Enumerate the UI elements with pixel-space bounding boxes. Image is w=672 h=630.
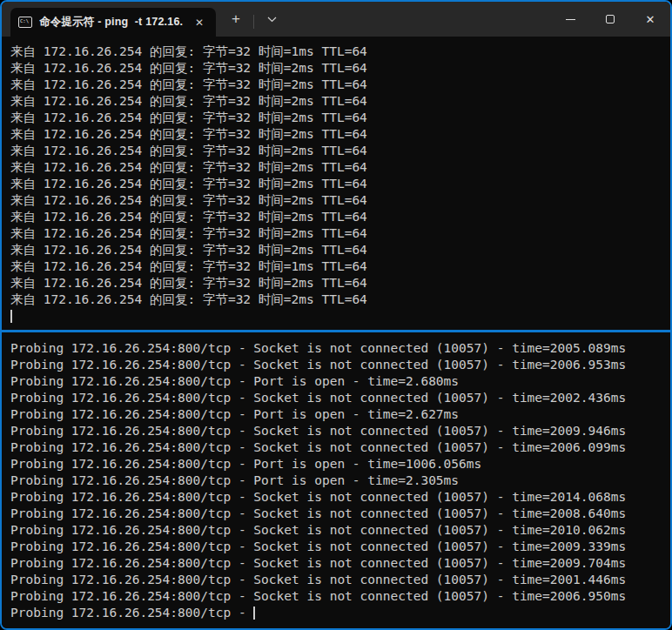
probe-result-line: Probing 172.16.26.254:800/tcp - Socket i…: [10, 357, 670, 373]
ping-reply-line: 来自 172.16.26.254 的回复: 字节=32 时间=2ms TTL=6…: [10, 209, 670, 225]
ping-output-pane[interactable]: 来自 172.16.26.254 的回复: 字节=32 时间=1ms TTL=6…: [2, 37, 670, 330]
probe-result-line: Probing 172.16.26.254:800/tcp - Socket i…: [10, 506, 670, 522]
probe-result-line: Probing 172.16.26.254:800/tcp - Socket i…: [10, 522, 670, 539]
probe-result-line: Probing 172.16.26.254:800/tcp - Socket i…: [10, 390, 670, 406]
probe-result-line: Probing 172.16.26.254:800/tcp - Socket i…: [10, 423, 670, 439]
close-button[interactable]: ✕: [630, 2, 670, 37]
cmd-prompt-icon: C:\: [18, 17, 32, 28]
tab-title: 命令提示符 - ping -t 172.16.26: [39, 15, 183, 30]
titlebar[interactable]: C:\ 命令提示符 - ping -t 172.16.26 ✕ + ✕: [2, 2, 670, 37]
new-tab-button[interactable]: +: [221, 8, 251, 30]
ping-reply-line: 来自 172.16.26.254 的回复: 字节=32 时间=2ms TTL=6…: [10, 93, 670, 110]
ping-reply-line: 来自 172.16.26.254 的回复: 字节=32 时间=2ms TTL=6…: [10, 225, 670, 242]
close-icon: ✕: [646, 14, 655, 25]
ping-reply-line: 来自 172.16.26.254 的回复: 字节=32 时间=2ms TTL=6…: [10, 192, 670, 209]
ping-output-lines: 来自 172.16.26.254 的回复: 字节=32 时间=1ms TTL=6…: [10, 44, 670, 308]
ping-reply-line: 来自 172.16.26.254 的回复: 字节=32 时间=2ms TTL=6…: [10, 110, 670, 126]
titlebar-drag-area[interactable]: [286, 2, 550, 37]
tab-close-icon[interactable]: ✕: [190, 13, 209, 32]
tab-dropdown-button[interactable]: [257, 8, 286, 30]
probe-result-line: Probing 172.16.26.254:800/tcp - Socket i…: [10, 539, 670, 555]
ping-reply-line: 来自 172.16.26.254 的回复: 字节=32 时间=2ms TTL=6…: [10, 126, 670, 143]
minimize-icon: [566, 19, 575, 20]
ping-reply-line: 来自 172.16.26.254 的回复: 字节=32 时间=2ms TTL=6…: [10, 275, 670, 292]
terminal-window: C:\ 命令提示符 - ping -t 172.16.26 ✕ + ✕ 来自 1…: [0, 0, 672, 630]
tcping-current-line: Probing 172.16.26.254:800/tcp -: [10, 605, 670, 621]
plus-icon: +: [232, 10, 240, 28]
text-cursor: [253, 607, 255, 620]
probe-result-line: Probing 172.16.26.254:800/tcp - Port is …: [10, 406, 670, 423]
ping-reply-line: 来自 172.16.26.254 的回复: 字节=32 时间=2ms TTL=6…: [10, 292, 670, 308]
maximize-icon: [606, 15, 615, 23]
ping-reply-line: 来自 172.16.26.254 的回复: 字节=32 时间=2ms TTL=6…: [10, 143, 670, 159]
tab-cmd-ping[interactable]: C:\ 命令提示符 - ping -t 172.16.26 ✕: [10, 8, 216, 37]
ping-cursor-line: [10, 308, 670, 325]
text-cursor: [10, 310, 12, 323]
ping-reply-line: 来自 172.16.26.254 的回复: 字节=32 时间=1ms TTL=6…: [10, 258, 670, 275]
ping-reply-line: 来自 172.16.26.254 的回复: 字节=32 时间=2ms TTL=6…: [10, 176, 670, 192]
chevron-down-icon: [267, 17, 277, 23]
probe-result-line: Probing 172.16.26.254:800/tcp - Socket i…: [10, 439, 670, 456]
titlebar-divider: [253, 15, 254, 29]
probe-result-line: Probing 172.16.26.254:800/tcp - Port is …: [10, 473, 670, 489]
probe-result-line: Probing 172.16.26.254:800/tcp - Port is …: [10, 373, 670, 390]
ping-reply-line: 来自 172.16.26.254 的回复: 字节=32 时间=1ms TTL=6…: [10, 44, 670, 60]
current-probe-text: Probing 172.16.26.254:800/tcp -: [10, 605, 253, 621]
ping-reply-line: 来自 172.16.26.254 的回复: 字节=32 时间=2ms TTL=6…: [10, 159, 670, 176]
tcping-output-pane[interactable]: Probing 172.16.26.254:800/tcp - Socket i…: [2, 332, 670, 628]
probe-result-line: Probing 172.16.26.254:800/tcp - Socket i…: [10, 340, 670, 357]
tcping-output-lines: Probing 172.16.26.254:800/tcp - Socket i…: [10, 340, 670, 605]
probe-result-line: Probing 172.16.26.254:800/tcp - Socket i…: [10, 572, 670, 588]
ping-reply-line: 来自 172.16.26.254 的回复: 字节=32 时间=2ms TTL=6…: [10, 242, 670, 258]
probe-result-line: Probing 172.16.26.254:800/tcp - Socket i…: [10, 489, 670, 506]
ping-reply-line: 来自 172.16.26.254 的回复: 字节=32 时间=2ms TTL=6…: [10, 60, 670, 77]
probe-result-line: Probing 172.16.26.254:800/tcp - Socket i…: [10, 555, 670, 572]
probe-result-line: Probing 172.16.26.254:800/tcp - Port is …: [10, 456, 670, 473]
minimize-button[interactable]: [550, 2, 590, 37]
probe-result-line: Probing 172.16.26.254:800/tcp - Socket i…: [10, 588, 670, 605]
ping-reply-line: 来自 172.16.26.254 的回复: 字节=32 时间=2ms TTL=6…: [10, 77, 670, 93]
maximize-button[interactable]: [590, 2, 630, 37]
